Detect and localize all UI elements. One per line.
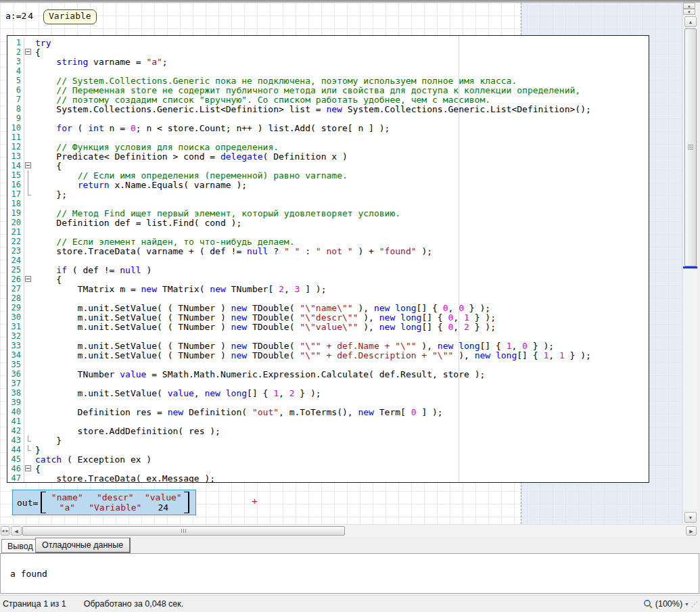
line-number: 29 — [7, 303, 22, 312]
scroll-left-button[interactable]: ◀ — [11, 526, 22, 536]
line-number: 1 — [7, 38, 22, 47]
fold-margin — [24, 227, 32, 237]
fold-margin — [24, 293, 32, 303]
line-number: 8 — [7, 104, 22, 114]
code-text: m.unit.SetValue( value, new long[] { 1, … — [32, 388, 321, 398]
scroll-left-icon: ◀ — [14, 529, 18, 534]
fold-margin — [24, 350, 32, 360]
scroll-right-button[interactable]: ▶ — [686, 526, 697, 536]
fold-margin — [24, 464, 32, 473]
line-number: 33 — [7, 341, 22, 350]
split-up-icon[interactable]: ▲ — [683, 3, 695, 9]
line-number: 19 — [7, 208, 22, 218]
tab-debug-data[interactable]: Отладочные данные — [35, 538, 131, 553]
code-line: 6 // Переменная store не содержит публич… — [7, 85, 649, 95]
output-text: a found — [1, 554, 699, 579]
code-text — [32, 256, 35, 265]
matrix-cell: "a" — [46, 502, 88, 513]
thumb-grip-icon — [181, 529, 187, 533]
code-text — [32, 360, 35, 369]
resize-grip-icon[interactable]: ⋰ — [691, 601, 699, 608]
code-text: // System.Collections.Generic пока не по… — [32, 76, 517, 85]
fold-margin — [24, 38, 32, 47]
code-line: 10 for ( int n = 0; n < store.Count; n++… — [7, 123, 649, 133]
fold-margin — [24, 66, 32, 76]
line-number: 17 — [7, 189, 22, 199]
tab-output[interactable]: Вывод — [1, 539, 39, 553]
scroll-down-icon: ▼ — [689, 515, 693, 520]
code-line: 39 — [7, 398, 649, 407]
line-number: 5 — [7, 76, 22, 85]
fold-margin — [24, 151, 32, 161]
horizontal-split-button[interactable]: ◄► — [1, 526, 9, 536]
code-text: Definition def = list.Find( cond ); — [32, 218, 241, 227]
worksheet-canvas[interactable]: a:=24 Variable 1try2{3 string varname = … — [0, 3, 682, 524]
fold-margin — [24, 237, 32, 246]
fold-margin — [24, 454, 32, 464]
variable-description-box[interactable]: Variable — [43, 9, 97, 24]
vertical-split-button[interactable]: ▲ ▼ — [683, 3, 695, 15]
vertical-scrollbar[interactable]: ▲ ▼ ▲ ▼ — [682, 3, 697, 524]
code-line: 33 m.unit.SetValue( ( TNumber ) new TDou… — [7, 341, 649, 350]
magnifier-icon[interactable] — [643, 599, 653, 609]
out-matrix-region[interactable]: out= "name""descr""value""a""Variable"24 — [12, 490, 196, 515]
split-down-icon[interactable]: ▼ — [683, 9, 695, 15]
line-number: 23 — [7, 246, 22, 256]
line-number: 46 — [7, 464, 22, 473]
code-lines: 1try2{3 string varname = "a";45 // Syste… — [7, 38, 649, 483]
code-line: 43 } — [7, 436, 649, 445]
output-panel[interactable]: a found — [0, 553, 699, 594]
fold-collapse-icon[interactable] — [25, 49, 31, 55]
code-text: m.unit.SetValue( ( TNumber ) new TDouble… — [32, 350, 591, 360]
line-number: 10 — [7, 123, 22, 133]
code-text — [32, 66, 35, 76]
horizontal-scroll-thumb[interactable] — [22, 526, 345, 536]
line-number: 43 — [7, 436, 22, 445]
code-text: // Метод Find ищет первый элемент, котор… — [32, 208, 400, 218]
scroll-up-button[interactable]: ▲ — [684, 16, 697, 27]
zoom-level-label[interactable]: (100%) — [655, 599, 682, 609]
vertical-scroll-thumb[interactable] — [684, 28, 697, 266]
smath-studio-window: { "colors":{ "keyword":"#0000E6","commen… — [0, 0, 700, 612]
matrix-cell: 24 — [142, 502, 184, 513]
fold-margin — [24, 104, 32, 114]
horizontal-scrollbar[interactable]: ◄► ◀ ▶ — [0, 524, 697, 536]
line-number: 6 — [7, 85, 22, 95]
code-line: 42 store.AddDefinition( res ); — [7, 426, 649, 436]
code-text — [32, 417, 35, 426]
out-label: out= — [17, 498, 38, 508]
line-number: 40 — [7, 407, 22, 417]
code-text: System.Collections.Generic.List<Definiti… — [32, 104, 591, 114]
fold-margin — [24, 256, 32, 265]
fold-margin — [24, 303, 32, 312]
line-number: 30 — [7, 312, 22, 322]
code-line: 28 — [7, 293, 649, 303]
fold-margin — [24, 170, 32, 180]
fold-line-icon — [28, 436, 31, 442]
fold-collapse-icon[interactable] — [25, 276, 31, 282]
fold-collapse-icon[interactable] — [25, 162, 31, 168]
code-line: 29 m.unit.SetValue( ( TNumber ) new TDou… — [7, 303, 649, 312]
code-line: 38 m.unit.SetValue( value, new long[] { … — [7, 388, 649, 398]
line-number: 2 — [7, 47, 22, 57]
variable-value: 24 — [21, 11, 34, 21]
code-line: 18 — [7, 199, 649, 208]
code-snippet-region[interactable]: 1try2{3 string varname = "a";45 // Syste… — [7, 35, 649, 483]
code-line: 4 — [7, 66, 649, 76]
code-line: 14 { — [7, 161, 649, 170]
line-number: 9 — [7, 114, 22, 123]
code-line: 3 string varname = "a"; — [7, 57, 649, 66]
variable-description-label: Variable — [49, 11, 91, 21]
code-text: Predicate< Definition > cond = delegate(… — [32, 151, 348, 161]
code-line: 24 — [7, 256, 649, 265]
zoom-dropdown-icon[interactable]: ▼ — [684, 602, 689, 607]
line-number: 31 — [7, 322, 22, 331]
code-line: 11 — [7, 133, 649, 142]
code-line: 16 return x.Name.Equals( varname ); — [7, 180, 649, 189]
math-region-assignment[interactable]: a:=24 — [5, 11, 34, 21]
line-number: 39 — [7, 398, 22, 407]
fold-collapse-icon[interactable] — [25, 465, 31, 471]
scroll-down-button[interactable]: ▼ — [684, 512, 697, 523]
code-line: 45catch ( Exception ex ) — [7, 454, 649, 464]
code-line: 9 — [7, 114, 649, 123]
